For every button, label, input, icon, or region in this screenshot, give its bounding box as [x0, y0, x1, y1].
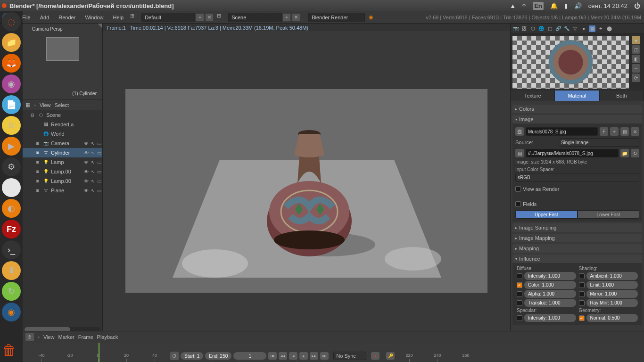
media-icon[interactable]: ▶ — [2, 137, 21, 156]
wifi-icon[interactable]: ⌔ — [522, 2, 526, 9]
fake-user-button[interactable]: F — [600, 127, 608, 136]
auto-keyframe-button[interactable]: ● — [371, 352, 380, 360]
battery-icon[interactable]: ▮ — [564, 2, 568, 9]
close-window-icon[interactable] — [2, 3, 7, 8]
end-frame-field[interactable]: End: 250 — [205, 352, 231, 360]
scene-select[interactable]: Scene — [228, 13, 282, 22]
outliner-item-lamp.00[interactable]: ⊞💡Lamp.00👁↖▭ — [23, 167, 102, 176]
mirror-value[interactable]: Mirror: 1.000 — [586, 290, 638, 298]
add-scene-button[interactable]: + — [283, 14, 290, 21]
software-center-icon[interactable]: ⬇ — [2, 261, 21, 280]
jump-start-button[interactable]: ⏮ — [268, 352, 277, 360]
ambient-checkbox[interactable] — [579, 273, 585, 279]
outliner-item-renderla[interactable]: 🖼RenderLa — [23, 120, 102, 129]
render-menu[interactable]: Render — [54, 15, 80, 20]
mirror-checkbox[interactable] — [579, 291, 585, 297]
normal-value[interactable]: Normal: 0.500 — [586, 314, 638, 322]
color-value[interactable]: Color: 1.000 — [524, 281, 576, 289]
jump-end-button[interactable]: ⏭ — [320, 352, 329, 360]
app-icon-4[interactable]: ◐ — [2, 199, 21, 218]
terminal-icon[interactable]: ›_ — [2, 240, 21, 259]
filepath-field[interactable]: //../Загрузки/Murals0078_S.jpg — [526, 149, 619, 157]
expand-icon[interactable]: ◦ — [38, 334, 40, 340]
upper-first-button[interactable]: Upper First — [515, 210, 578, 219]
intensity-value[interactable]: Intensity: 1.000 — [524, 272, 576, 280]
firefox-icon[interactable]: 🦊 — [2, 54, 21, 73]
jump-next-key-button[interactable]: ▸▸ — [310, 352, 318, 360]
files-icon[interactable]: 📁 — [2, 33, 21, 52]
influence-panel-header[interactable]: Influence — [512, 255, 642, 263]
color-checkbox[interactable] — [517, 282, 522, 288]
open-image-button[interactable]: ▤ — [620, 127, 629, 136]
window-menu[interactable]: Window — [80, 15, 108, 20]
browse-image-icon[interactable]: 🖼 — [515, 127, 524, 136]
texture-tab[interactable]: Texture — [511, 90, 555, 101]
dash-icon[interactable]: ◌ — [2, 12, 21, 31]
editor-type-icon[interactable]: ▦ — [25, 102, 30, 108]
trash-icon[interactable]: 🗑 — [2, 342, 20, 360]
colors-panel-header[interactable]: Colors — [512, 105, 642, 113]
outliner-item-lamp[interactable]: ⊞💡Lamp👁↖▭ — [23, 157, 102, 167]
transluc-checkbox[interactable] — [517, 300, 522, 306]
sampling-panel-header[interactable]: Image Sampling — [512, 223, 642, 232]
timeline-playhead[interactable] — [99, 343, 99, 362]
keyboard-lang[interactable]: En — [533, 2, 544, 10]
preview-cube-button[interactable]: ◧ — [632, 55, 640, 63]
timeline-ruler[interactable]: -40-200204060801001201401601802002202402… — [23, 343, 644, 362]
bell-icon[interactable]: 🔔 — [550, 2, 558, 9]
browse-file-button[interactable]: 📁 — [620, 149, 629, 157]
raymirr-checkbox[interactable] — [579, 300, 585, 306]
material-tab[interactable]: Material — [555, 90, 599, 101]
view-menu[interactable]: View — [43, 334, 55, 340]
outliner-item-lamp.00[interactable]: ⊞💡Lamp.00👁↖▭ — [23, 176, 102, 186]
outliner-item-cylinder[interactable]: ⊞▽Cylinder👁↖▭ — [23, 148, 102, 157]
properties-scroll[interactable]: Colors Image 🖼 Murals0078_S.jpg F + ▤ ✕ … — [511, 101, 644, 327]
play-button[interactable]: ▸ — [299, 352, 308, 360]
editor-type-icon[interactable]: ⏱ — [25, 333, 34, 341]
expand-icon[interactable]: ◦ — [34, 102, 36, 108]
playback-menu[interactable]: Playback — [97, 334, 118, 340]
spec-intensity-value[interactable]: Intensity: 1.000 — [524, 314, 576, 322]
texture-tab-icon[interactable]: ▦ — [589, 25, 595, 32]
viewport-3d[interactable]: Camera Persp (1) Cylinder — [23, 24, 102, 99]
outliner-item-world[interactable]: 🌐World — [23, 129, 102, 139]
outliner-item-plane[interactable]: ⊞▽Plane👁↖▭ — [23, 186, 102, 195]
document-icon[interactable]: 📄 — [2, 95, 21, 114]
corner-widget[interactable] — [98, 24, 102, 28]
constraints-tab-icon[interactable]: 🔗 — [555, 25, 561, 32]
updater-icon[interactable]: ↻ — [2, 282, 21, 301]
file-icon[interactable]: ▤ — [515, 149, 524, 157]
marker-menu[interactable]: Marker — [58, 334, 74, 340]
blender-launcher-icon[interactable]: ◉ — [2, 303, 21, 321]
lower-first-button[interactable]: Lower First — [578, 210, 640, 219]
fields-checkbox[interactable] — [515, 201, 521, 207]
mapping-panel-header[interactable]: Mapping — [512, 244, 642, 253]
preview-flat-button[interactable]: ● — [632, 36, 640, 44]
app-icon-1[interactable]: ◉ — [2, 74, 21, 93]
spec-intensity-checkbox[interactable] — [517, 315, 522, 321]
clock[interactable]: сент. 14 20:42 — [588, 2, 627, 9]
scene-tab-icon[interactable]: ⬡ — [529, 25, 536, 32]
sync-select[interactable]: No Sync — [333, 352, 366, 360]
outliner-item-camera[interactable]: ⊞📷Camera👁↖▭ — [23, 139, 102, 148]
filezilla-icon[interactable]: Fz — [2, 220, 21, 239]
object-tab-icon[interactable]: ◳ — [546, 25, 553, 32]
material-tab-icon[interactable]: ● — [580, 25, 587, 32]
help-menu[interactable]: Help — [108, 15, 129, 20]
add-image-button[interactable]: + — [610, 127, 619, 136]
image-mapping-panel-header[interactable]: Image Mapping — [512, 234, 642, 242]
image-name-field[interactable]: Murals0078_S.jpg — [526, 127, 598, 136]
preview-refresh-button[interactable]: ⟳ — [632, 74, 640, 82]
alpha-value[interactable]: Alpha: 1.000 — [524, 290, 576, 298]
source-select[interactable]: Single Image — [559, 138, 639, 147]
app-icon-2[interactable]: b — [2, 116, 21, 135]
preview-sphere-button[interactable]: ◳ — [632, 45, 640, 54]
screen-browse-icon[interactable]: ⊞ — [130, 13, 140, 22]
current-frame-field[interactable]: 1 — [233, 352, 266, 360]
raymirr-value[interactable]: Ray Mirr: 1.000 — [586, 299, 638, 307]
outliner[interactable]: ⊟⬡Scene🖼RenderLa🌐World⊞📷Camera👁↖▭⊞▽Cylin… — [23, 110, 102, 351]
steam-icon[interactable]: ⚙ — [2, 157, 21, 176]
world-tab-icon[interactable]: 🌐 — [538, 25, 545, 32]
texture-preview-image[interactable] — [512, 36, 629, 89]
select-menu[interactable]: Select — [55, 102, 69, 108]
